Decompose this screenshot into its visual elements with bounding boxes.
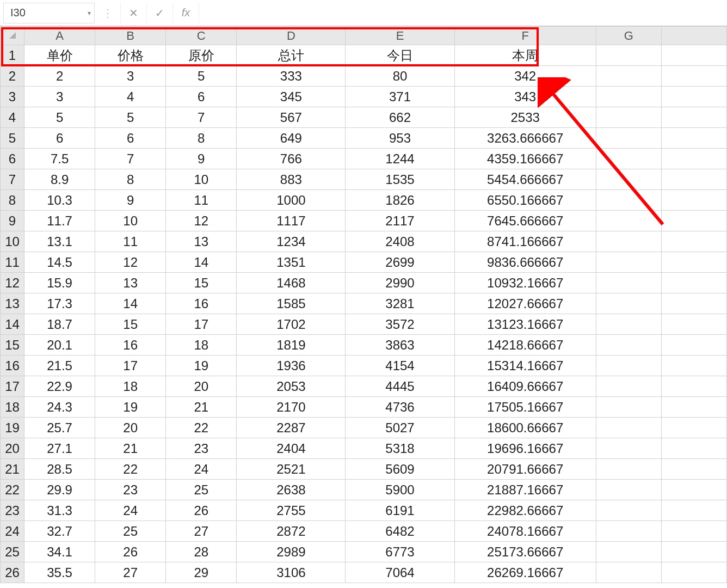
cell[interactable]	[661, 190, 726, 211]
cell[interactable]: 6773	[346, 542, 454, 562]
cell[interactable]: 29.9	[24, 480, 95, 500]
cell[interactable]: 16	[95, 335, 166, 356]
fx-icon[interactable]: fx	[173, 3, 199, 23]
cell[interactable]: 4	[95, 87, 166, 107]
cell[interactable]: 1535	[346, 169, 454, 190]
row-header[interactable]: 12	[1, 273, 24, 293]
cell[interactable]: 25	[95, 521, 166, 542]
cell[interactable]: 9	[95, 190, 166, 211]
cell[interactable]: 2053	[237, 376, 346, 397]
cell[interactable]: 4736	[346, 397, 454, 418]
cell[interactable]: 10.3	[24, 190, 95, 211]
cell[interactable]: 11	[166, 190, 237, 211]
cell[interactable]: 5	[166, 66, 237, 87]
cell[interactable]	[596, 293, 661, 314]
cell[interactable]	[661, 128, 726, 149]
cell[interactable]: 345	[237, 87, 346, 107]
cell[interactable]: 8.9	[24, 169, 95, 190]
cell[interactable]: 20791.66667	[454, 459, 596, 480]
cell[interactable]	[661, 459, 726, 480]
cell[interactable]: 2	[24, 66, 95, 87]
cell[interactable]	[661, 107, 726, 128]
cell[interactable]: 5027	[346, 418, 454, 438]
cell[interactable]: 6191	[346, 500, 454, 521]
cell[interactable]: 2521	[237, 459, 346, 480]
cell[interactable]	[661, 438, 726, 459]
cell[interactable]: 3263.666667	[454, 128, 596, 149]
cell[interactable]: 12	[166, 211, 237, 231]
cell[interactable]: 15314.16667	[454, 356, 596, 376]
cell[interactable]: 13	[95, 273, 166, 293]
cell[interactable]	[661, 562, 726, 583]
cell[interactable]: 21887.16667	[454, 480, 596, 500]
cell[interactable]	[661, 252, 726, 273]
cell[interactable]: 333	[237, 66, 346, 87]
cell[interactable]: 2755	[237, 500, 346, 521]
cell[interactable]: 20.1	[24, 335, 95, 356]
cell[interactable]: 17.3	[24, 293, 95, 314]
cell[interactable]: 10	[166, 169, 237, 190]
cell[interactable]: 5	[95, 107, 166, 128]
cell[interactable]: 15	[166, 273, 237, 293]
cell[interactable]	[596, 87, 661, 107]
cell[interactable]: 28.5	[24, 459, 95, 480]
col-header-F[interactable]: F	[454, 27, 596, 45]
cell[interactable]: 34.1	[24, 542, 95, 562]
cell[interactable]	[596, 211, 661, 231]
cell[interactable]: 19	[166, 356, 237, 376]
cell[interactable]: 1585	[237, 293, 346, 314]
cell[interactable]: 32.7	[24, 521, 95, 542]
cell[interactable]	[661, 273, 726, 293]
cell[interactable]: 8	[166, 128, 237, 149]
cell[interactable]	[596, 107, 661, 128]
cell[interactable]: 18	[95, 376, 166, 397]
cell[interactable]: 20	[166, 376, 237, 397]
cell[interactable]: 26	[95, 542, 166, 562]
cell[interactable]: 19	[95, 397, 166, 418]
cell[interactable]: 27	[166, 521, 237, 542]
cell[interactable]: 12027.66667	[454, 293, 596, 314]
cell[interactable]: 9	[166, 149, 237, 169]
cell[interactable]: 1702	[237, 314, 346, 335]
cell[interactable]: 14.5	[24, 252, 95, 273]
cell[interactable]	[596, 459, 661, 480]
cell[interactable]	[661, 521, 726, 542]
cell[interactable]: 8	[95, 169, 166, 190]
cell[interactable]	[661, 66, 726, 87]
row-header[interactable]: 14	[1, 314, 24, 335]
cell[interactable]	[596, 190, 661, 211]
cell[interactable]	[661, 500, 726, 521]
cell[interactable]: 原价	[166, 45, 237, 66]
cell[interactable]: 17505.16667	[454, 397, 596, 418]
cell[interactable]: 6482	[346, 521, 454, 542]
row-header[interactable]: 2	[1, 66, 24, 87]
row-header[interactable]: 15	[1, 335, 24, 356]
cell[interactable]: 883	[237, 169, 346, 190]
cell[interactable]: 22.9	[24, 376, 95, 397]
cell[interactable]: 13.1	[24, 231, 95, 252]
cell[interactable]: 80	[346, 66, 454, 87]
cell[interactable]	[661, 376, 726, 397]
cell[interactable]: 23	[166, 438, 237, 459]
cell[interactable]	[596, 169, 661, 190]
cell[interactable]: 10	[95, 211, 166, 231]
cell[interactable]: 18600.66667	[454, 418, 596, 438]
cell[interactable]: 3106	[237, 562, 346, 583]
cell[interactable]	[596, 252, 661, 273]
cell[interactable]: 6	[24, 128, 95, 149]
cell[interactable]: 14	[95, 293, 166, 314]
col-header-E[interactable]: E	[346, 27, 454, 45]
cell[interactable]: 21	[95, 438, 166, 459]
cell[interactable]: 2990	[346, 273, 454, 293]
cell[interactable]: 7	[95, 149, 166, 169]
cell[interactable]	[596, 356, 661, 376]
cell[interactable]	[661, 87, 726, 107]
cell[interactable]: 1000	[237, 190, 346, 211]
cell[interactable]: 2404	[237, 438, 346, 459]
cell[interactable]: 13	[166, 231, 237, 252]
cell[interactable]: 11	[95, 231, 166, 252]
cell[interactable]	[661, 480, 726, 500]
cell[interactable]: 3572	[346, 314, 454, 335]
cell[interactable]: 1351	[237, 252, 346, 273]
cell[interactable]: 28	[166, 542, 237, 562]
